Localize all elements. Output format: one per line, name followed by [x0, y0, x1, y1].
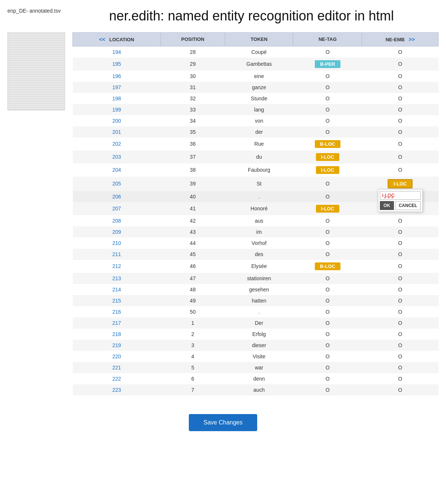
ne-tag-cell[interactable]: B-LOC	[293, 138, 362, 151]
ne-tag-cell[interactable]: O	[293, 71, 362, 82]
ne-tag-cell[interactable]: O	[293, 284, 362, 295]
location-cell[interactable]: 206	[73, 191, 161, 202]
location-link[interactable]: 220	[112, 353, 121, 359]
ne-tag-cell[interactable]: O	[293, 46, 362, 58]
ne-emb-cell[interactable]: O	[362, 164, 439, 177]
ne-tag-cell[interactable]: O	[293, 362, 362, 373]
edit-popup-cancel-button[interactable]: CANCEL	[395, 201, 421, 210]
location-cell[interactable]: 219	[73, 340, 161, 351]
ne-emb-cell[interactable]: O	[362, 46, 439, 58]
location-link[interactable]: 205	[112, 181, 121, 187]
location-cell[interactable]: 199	[73, 104, 161, 115]
ne-tag-cell[interactable]: I-LOC	[293, 202, 362, 215]
ne-tag-badge[interactable]: I-LOC	[316, 166, 339, 174]
ne-tag-badge[interactable]: I-LOC	[316, 153, 339, 161]
ne-emb-cell[interactable]: O	[362, 306, 439, 317]
location-link[interactable]: 202	[112, 141, 121, 147]
ne-tag-cell[interactable]: I-LOC	[293, 151, 362, 164]
ne-tag-cell[interactable]: O	[293, 191, 362, 202]
location-cell[interactable]: 200	[73, 115, 161, 126]
location-cell[interactable]: 216	[73, 306, 161, 317]
ne-emb-cell[interactable]: O	[362, 273, 439, 284]
ne-emb-cell[interactable]: O	[362, 215, 439, 226]
ne-tag-cell[interactable]: O	[293, 329, 362, 340]
ne-tag-cell[interactable]: O	[293, 306, 362, 317]
ne-emb-iloc-bordered-badge[interactable]: I-LOC	[388, 179, 413, 188]
location-link[interactable]: 204	[112, 167, 121, 173]
edit-popup-ok-button[interactable]: OK	[380, 201, 394, 210]
location-link[interactable]: 211	[112, 251, 121, 257]
nav-left-arrow[interactable]: <<	[99, 36, 105, 42]
ne-emb-cell[interactable]: O	[362, 138, 439, 151]
location-link[interactable]: 221	[112, 365, 121, 371]
location-cell[interactable]: 203	[73, 151, 161, 164]
nav-left-header[interactable]: << LOCATION	[73, 32, 161, 46]
ne-emb-cell[interactable]: O	[362, 226, 439, 238]
location-link[interactable]: 206	[112, 194, 121, 200]
ne-emb-cell[interactable]: O	[362, 362, 439, 373]
location-cell[interactable]: 211	[73, 249, 161, 260]
location-cell[interactable]: 212	[73, 260, 161, 273]
ne-tag-cell[interactable]: B-PER	[293, 58, 362, 71]
location-cell[interactable]: 220	[73, 351, 161, 362]
ne-emb-cell[interactable]: O	[362, 151, 439, 164]
location-cell[interactable]: 196	[73, 71, 161, 82]
ne-emb-cell[interactable]: O	[362, 340, 439, 351]
location-link[interactable]: 219	[112, 342, 121, 348]
location-cell[interactable]: 215	[73, 295, 161, 306]
location-link[interactable]: 210	[112, 240, 121, 246]
location-cell[interactable]: 221	[73, 362, 161, 373]
ne-emb-cell[interactable]: O	[362, 58, 439, 71]
location-link[interactable]: 201	[112, 129, 121, 135]
ne-emb-cell[interactable]: O	[362, 295, 439, 306]
ne-emb-cell[interactable]: O	[362, 82, 439, 93]
location-cell[interactable]: 213	[73, 273, 161, 284]
location-cell[interactable]: 223	[73, 384, 161, 395]
ne-tag-badge[interactable]: B-LOC	[315, 262, 340, 270]
ne-tag-cell[interactable]: O	[293, 373, 362, 384]
location-cell[interactable]: 208	[73, 215, 161, 226]
location-link[interactable]: 195	[112, 61, 121, 67]
ne-tag-cell[interactable]: O	[293, 115, 362, 126]
save-changes-button[interactable]: Save Changes	[189, 414, 258, 431]
ne-tag-cell[interactable]: O	[293, 104, 362, 115]
location-link[interactable]: 198	[112, 96, 121, 101]
ne-tag-cell[interactable]: O	[293, 384, 362, 395]
location-cell[interactable]: 209	[73, 226, 161, 238]
ne-tag-badge[interactable]: I-LOC	[316, 205, 339, 213]
edit-popup-input[interactable]	[380, 191, 421, 200]
ne-emb-cell[interactable]: O	[362, 284, 439, 295]
location-link[interactable]: 216	[112, 309, 121, 315]
ne-tag-cell[interactable]: O	[293, 82, 362, 93]
location-link[interactable]: 213	[112, 275, 121, 281]
ne-tag-badge[interactable]: B-PER	[315, 60, 340, 68]
location-link[interactable]: 203	[112, 154, 121, 160]
location-cell[interactable]: 202	[73, 138, 161, 151]
ne-emb-cell[interactable]: O	[362, 71, 439, 82]
ne-tag-cell[interactable]: O	[293, 351, 362, 362]
location-link[interactable]: 196	[112, 73, 121, 79]
location-cell[interactable]: 214	[73, 284, 161, 295]
ne-tag-cell[interactable]: B-LOC	[293, 260, 362, 273]
location-link[interactable]: 223	[112, 387, 121, 393]
ne-tag-cell[interactable]: O	[293, 215, 362, 226]
location-cell[interactable]: 201	[73, 126, 161, 138]
ne-tag-cell[interactable]: O	[293, 238, 362, 249]
nav-right-arrow[interactable]: >>	[409, 36, 415, 42]
ne-emb-cell[interactable]: O	[362, 329, 439, 340]
location-link[interactable]: 199	[112, 107, 121, 113]
location-link[interactable]: 197	[112, 84, 121, 90]
location-cell[interactable]: 210	[73, 238, 161, 249]
ne-tag-badge[interactable]: B-LOC	[315, 140, 340, 148]
location-link[interactable]: 222	[112, 376, 121, 382]
ne-tag-cell[interactable]: O	[293, 93, 362, 104]
location-cell[interactable]: 207	[73, 202, 161, 215]
location-link[interactable]: 218	[112, 331, 121, 337]
location-link[interactable]: 207	[112, 206, 121, 211]
location-cell[interactable]: 204	[73, 164, 161, 177]
ne-tag-cell[interactable]: I-LOC	[293, 164, 362, 177]
location-cell[interactable]: 194	[73, 46, 161, 58]
ne-emb-cell[interactable]: O	[362, 93, 439, 104]
ne-tag-cell[interactable]: O	[293, 317, 362, 329]
ne-tag-cell[interactable]: O	[293, 295, 362, 306]
